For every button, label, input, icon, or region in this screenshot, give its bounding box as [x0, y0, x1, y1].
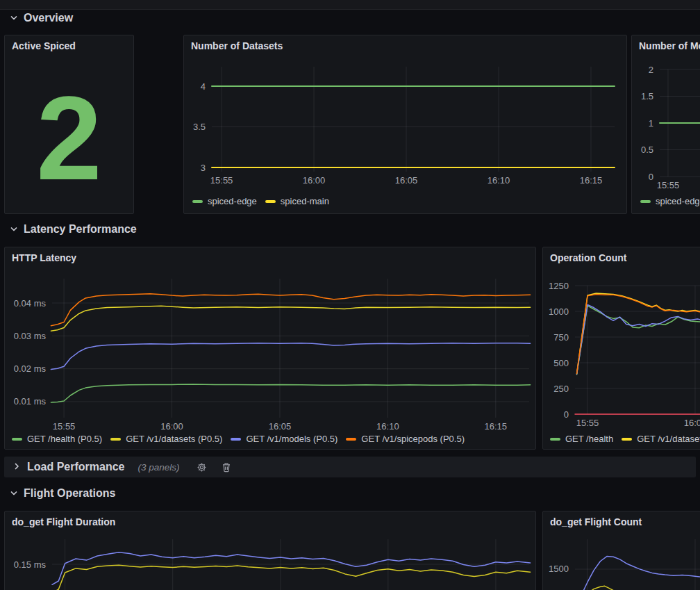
http-latency-svg: 15:5516:0016:0516:1016:150.01 ms0.02 ms0…	[5, 247, 535, 449]
legend-item[interactable]: GET /v1/datasets (P0.5)	[110, 434, 222, 444]
stat-value: 2	[5, 69, 133, 208]
legend-label: GET /health	[565, 434, 613, 444]
x-tick-label: 16:05	[395, 175, 418, 186]
legend-swatch	[346, 438, 356, 441]
y-tick-label: 1000	[549, 306, 569, 317]
section-header-overview[interactable]: Overview	[10, 12, 73, 24]
y-tick-label: 0.04 ms	[14, 298, 47, 309]
panel-number-of-models: Number of Models 15:5500.511.52 spiced-e…	[631, 35, 700, 214]
panel-operation-count: Operation Count 15:5516:0002505007501000…	[542, 247, 700, 450]
y-tick-label: 0.03 ms	[14, 331, 47, 341]
y-tick-label: 250	[553, 384, 569, 394]
panel-title[interactable]: HTTP Latency	[12, 252, 76, 263]
series-line	[577, 557, 700, 590]
x-tick-label: 16:05	[269, 421, 292, 432]
legend-item[interactable]: spiced-main	[265, 196, 329, 206]
legend-label: spiced-main	[281, 196, 329, 206]
series-line	[577, 586, 700, 590]
y-tick-label: 0	[649, 172, 653, 182]
y-tick-label: 1	[649, 118, 653, 129]
panel-title[interactable]: do_get Flight Count	[550, 516, 642, 527]
legend-swatch	[622, 438, 632, 441]
panel-title[interactable]: do_get Flight Duration	[12, 516, 115, 527]
panel-do-get-flight-count: do_get Flight Count 1500	[542, 511, 700, 590]
section-title: Flight Operations	[24, 487, 115, 500]
y-tick-label: 500	[553, 358, 569, 368]
http-latency-chart[interactable]: 15:5516:0016:0516:1016:150.01 ms0.02 ms0…	[5, 247, 535, 449]
y-tick-label: 3	[201, 163, 206, 173]
legend-item[interactable]: spiced-edge	[640, 196, 700, 206]
panel-title[interactable]: Number of Models	[639, 40, 700, 51]
y-tick-label: 3.5	[193, 122, 206, 132]
number-of-datasets-svg: 15:5516:0016:0516:1016:1533.54	[184, 35, 626, 213]
series-line	[51, 343, 530, 370]
legend-item[interactable]: GET /v1/spicepods (P0.5)	[346, 434, 465, 444]
x-tick-label: 15:55	[657, 180, 680, 190]
legend-item[interactable]: GET /health (P0.5)	[12, 434, 102, 444]
operation-count-legend: GET /healthGET /v1/datasets	[550, 434, 700, 444]
section-title: Latency Performance	[24, 223, 137, 236]
legend-label: GET /health (P0.5)	[27, 434, 102, 444]
x-tick-label: 15:55	[210, 175, 233, 186]
legend-swatch	[265, 200, 276, 203]
legend-swatch	[550, 438, 560, 441]
panel-http-latency: HTTP Latency 15:5516:0016:0516:1016:150.…	[4, 247, 536, 450]
y-tick-label: 1250	[549, 281, 569, 291]
legend-item[interactable]: GET /v1/datasets	[622, 434, 700, 444]
legend-item[interactable]: GET /health	[550, 434, 613, 444]
y-tick-label: 0.5	[641, 145, 653, 155]
series-line	[577, 306, 700, 375]
panel-number-of-datasets: Number of Datasets 15:5516:0016:0516:101…	[183, 35, 627, 214]
legend-swatch	[640, 200, 651, 203]
legend-label: spiced-edge	[208, 196, 257, 206]
panel-title[interactable]: Number of Datasets	[191, 40, 283, 51]
panel-count-label: (3 panels)	[138, 462, 179, 473]
y-tick-label: 0.15 ms	[14, 559, 47, 570]
operation-count-chart[interactable]: 15:5516:00025050075010001250	[543, 247, 700, 449]
section-header-flight[interactable]: Flight Operations	[10, 487, 115, 500]
y-tick-label: 4	[201, 81, 206, 92]
series-line	[52, 565, 531, 590]
chevron-right-icon	[12, 461, 21, 473]
x-tick-label: 15:55	[53, 421, 76, 432]
number-of-models-chart[interactable]: 15:5500.511.52	[632, 35, 700, 213]
legend-item[interactable]: GET /v1/models (P0.5)	[231, 434, 338, 444]
top-toolbar	[0, 0, 700, 10]
panel-title[interactable]: Operation Count	[550, 252, 626, 263]
gear-icon[interactable]	[197, 462, 207, 473]
panel-title[interactable]: Active Spiced	[12, 40, 76, 51]
y-tick-label: 0.02 ms	[14, 363, 47, 374]
section-header-load-performance[interactable]: Load Performance (3 panels)	[4, 457, 696, 477]
legend-label: GET /v1/datasets	[637, 434, 700, 444]
trash-icon[interactable]	[222, 462, 231, 473]
series-line	[577, 295, 700, 374]
number-of-datasets-chart[interactable]: 15:5516:0016:0516:1016:1533.54	[184, 35, 626, 213]
series-line	[577, 304, 700, 374]
section-header-latency[interactable]: Latency Performance	[10, 223, 137, 236]
y-tick-label: 0	[564, 409, 569, 420]
number-of-datasets-legend: spiced-edgespiced-main	[192, 196, 329, 206]
legend-item[interactable]: spiced-edge	[192, 196, 257, 206]
legend-label: GET /v1/spicepods (P0.5)	[361, 434, 465, 444]
panel-do-get-flight-duration: do_get Flight Duration 0.15 ms	[4, 511, 536, 590]
x-tick-label: 16:10	[376, 421, 399, 432]
chevron-down-icon	[10, 489, 18, 498]
legend-swatch	[12, 438, 22, 441]
legend-label: GET /v1/models (P0.5)	[246, 434, 338, 444]
x-tick-label: 16:00	[684, 418, 700, 428]
section-title: Load Performance	[27, 461, 124, 473]
y-tick-label: 0.01 ms	[14, 396, 47, 407]
number-of-models-legend: spiced-edge	[640, 196, 700, 206]
operation-count-svg: 15:5516:00025050075010001250	[543, 247, 700, 449]
x-tick-label: 15:55	[576, 418, 599, 428]
x-tick-label: 16:10	[488, 175, 510, 186]
legend-swatch	[110, 438, 121, 441]
chevron-down-icon	[10, 14, 18, 22]
x-tick-label: 16:15	[485, 421, 508, 432]
series-line	[577, 293, 700, 374]
panel-active-spiced: Active Spiced 2	[4, 35, 134, 214]
section-title: Overview	[24, 12, 73, 24]
legend-swatch	[231, 438, 241, 441]
y-tick-label: 1.5	[641, 91, 653, 101]
series-line	[51, 306, 530, 331]
